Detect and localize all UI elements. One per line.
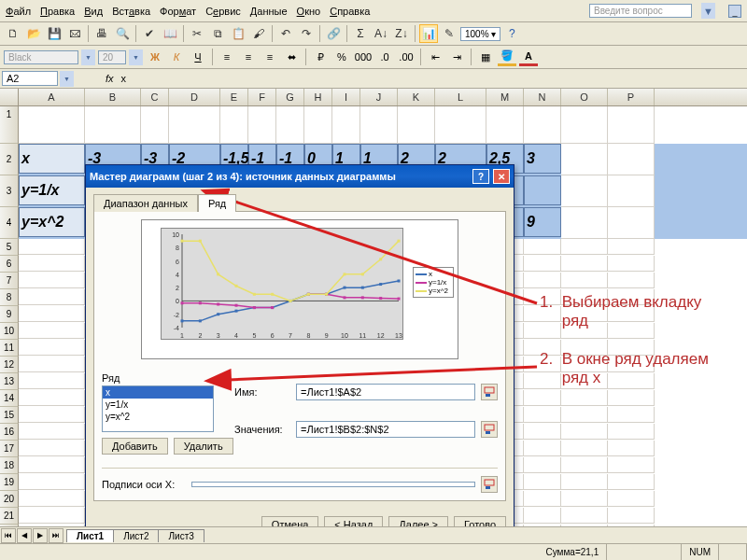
column-header-M[interactable]: M <box>486 89 524 105</box>
preview-icon[interactable]: 🔍 <box>113 24 132 43</box>
row-header[interactable]: 5 <box>0 239 19 256</box>
fx-icon[interactable]: fx <box>106 73 114 84</box>
row-header[interactable]: 13 <box>0 373 19 390</box>
format-painter-icon[interactable]: 🖌 <box>249 24 268 43</box>
column-header-K[interactable]: K <box>398 89 435 105</box>
merge-icon[interactable]: ⬌ <box>282 48 301 66</box>
tab-data-range[interactable]: Диапазон данных <box>93 194 198 212</box>
column-header-I[interactable]: I <box>332 89 360 105</box>
permission-icon[interactable]: 🖂 <box>65 24 84 43</box>
column-header-A[interactable]: A <box>19 89 85 105</box>
menu-help[interactable]: Справка <box>330 6 370 17</box>
xaxis-labels-input[interactable] <box>191 482 475 487</box>
range-picker-name[interactable] <box>481 384 498 400</box>
row-label[interactable]: x <box>19 144 85 174</box>
size-dropdown[interactable]: ▼ <box>129 49 143 65</box>
sort-asc-icon[interactable]: A↓ <box>372 24 390 43</box>
row-header[interactable]: 14 <box>0 390 19 407</box>
row-header[interactable]: 8 <box>0 289 19 306</box>
question-dropdown[interactable]: ▼ <box>701 3 715 19</box>
namebox-dropdown[interactable]: ▼ <box>60 71 74 87</box>
formula-input[interactable]: x <box>118 72 131 85</box>
data-cell[interactable]: 9 <box>524 207 561 237</box>
row-header[interactable]: 3 <box>0 175 19 207</box>
row-header[interactable]: 15 <box>0 407 19 424</box>
cut-icon[interactable]: ✂ <box>188 24 206 43</box>
column-header-B[interactable]: B <box>85 89 141 105</box>
column-header-D[interactable]: D <box>169 89 220 105</box>
font-selector[interactable]: Black <box>4 50 78 64</box>
prev-sheet-btn[interactable]: ◀ <box>17 528 32 543</box>
column-header-P[interactable]: P <box>608 89 655 105</box>
align-right-icon[interactable]: ≡ <box>261 48 279 66</box>
series-item-y1[interactable]: y=1/x <box>103 399 213 411</box>
row-header[interactable]: 19 <box>0 474 19 491</box>
dec-indent-icon[interactable]: ⇤ <box>426 48 444 66</box>
dialog-close-button[interactable]: ✕ <box>493 169 510 184</box>
last-sheet-btn[interactable]: ⏭ <box>49 528 63 543</box>
print-icon[interactable]: 🖶 <box>92 24 111 43</box>
menu-data[interactable]: Данные <box>250 6 288 17</box>
save-icon[interactable]: 💾 <box>45 24 63 43</box>
menu-view[interactable]: Вид <box>84 6 103 17</box>
paste-icon[interactable]: 📋 <box>229 24 247 43</box>
help-icon[interactable]: ? <box>502 24 521 43</box>
align-center-icon[interactable]: ≡ <box>239 48 258 66</box>
row-label[interactable]: y=1/x <box>19 175 85 205</box>
link-icon[interactable]: 🔗 <box>324 24 343 43</box>
row-header[interactable]: 20 <box>0 491 19 508</box>
name-box[interactable]: A2 <box>2 71 58 86</box>
row-header[interactable]: 21 <box>0 508 19 525</box>
tab-series[interactable]: Ряд <box>198 194 236 212</box>
series-item-x[interactable]: x <box>103 386 213 399</box>
next-sheet-btn[interactable]: ▶ <box>33 528 48 543</box>
minimize-workbook-btn[interactable]: _ <box>728 5 741 18</box>
sheet-tab-2[interactable]: Лист2 <box>113 529 159 542</box>
zoom-selector[interactable]: 100% ▾ <box>460 27 500 41</box>
row-header[interactable]: 18 <box>0 457 19 474</box>
percent-icon[interactable]: % <box>332 48 351 66</box>
series-name-input[interactable]: =Лист1!$A$2 <box>296 384 475 400</box>
range-picker-xaxis[interactable] <box>481 476 498 493</box>
open-icon[interactable]: 📂 <box>24 24 43 43</box>
row-header[interactable]: 17 <box>0 441 19 457</box>
dialog-help-button[interactable]: ? <box>472 169 489 184</box>
series-listbox[interactable]: x y=1/x y=x^2 <box>102 385 214 432</box>
new-icon[interactable]: 🗋 <box>4 24 22 43</box>
menu-insert[interactable]: Вставка <box>112 6 150 17</box>
research-icon[interactable]: 📖 <box>161 24 179 43</box>
series-values-input[interactable]: =Лист1!$B$2:$N$2 <box>296 421 475 438</box>
undo-icon[interactable]: ↶ <box>276 24 295 43</box>
italic-icon[interactable]: К <box>167 48 186 66</box>
font-dropdown[interactable]: ▼ <box>81 49 95 65</box>
fill-color-icon[interactable]: 🪣 <box>498 48 516 66</box>
column-header-G[interactable]: G <box>276 89 304 105</box>
currency-icon[interactable]: ₽ <box>311 48 330 66</box>
spellcheck-icon[interactable]: ✔ <box>140 24 159 43</box>
comma-icon[interactable]: 000 <box>354 48 373 66</box>
border-icon[interactable]: ▦ <box>476 48 495 66</box>
dialog-titlebar[interactable]: Мастер диаграмм (шаг 2 из 4): источник д… <box>86 165 514 188</box>
menu-tools[interactable]: Сервис <box>205 6 241 17</box>
row-header[interactable]: 9 <box>0 306 19 323</box>
dec-decimal-icon[interactable]: .00 <box>397 48 416 66</box>
row-header[interactable]: 12 <box>0 357 19 373</box>
sheet-tab-3[interactable]: Лист3 <box>158 529 204 542</box>
sort-desc-icon[interactable]: Z↓ <box>392 24 411 43</box>
menu-window[interactable]: Окно <box>297 6 321 17</box>
row-header[interactable]: 10 <box>0 323 19 340</box>
first-sheet-btn[interactable]: ⏮ <box>1 528 16 543</box>
row-header[interactable]: 16 <box>0 424 19 441</box>
bold-icon[interactable]: Ж <box>146 48 164 66</box>
row-header[interactable]: 7 <box>0 273 19 289</box>
data-cell[interactable]: 3 <box>524 144 561 174</box>
row-header[interactable]: 1 <box>0 106 19 144</box>
column-header-J[interactable]: J <box>360 89 398 105</box>
select-all-corner[interactable] <box>0 89 19 105</box>
row-header[interactable]: 11 <box>0 340 19 357</box>
range-picker-values[interactable] <box>481 421 498 438</box>
menu-format[interactable]: Формат <box>160 6 196 17</box>
row-header[interactable]: 2 <box>0 144 19 175</box>
column-header-E[interactable]: E <box>220 89 248 105</box>
sheet-tab-1[interactable]: Лист1 <box>66 529 114 542</box>
